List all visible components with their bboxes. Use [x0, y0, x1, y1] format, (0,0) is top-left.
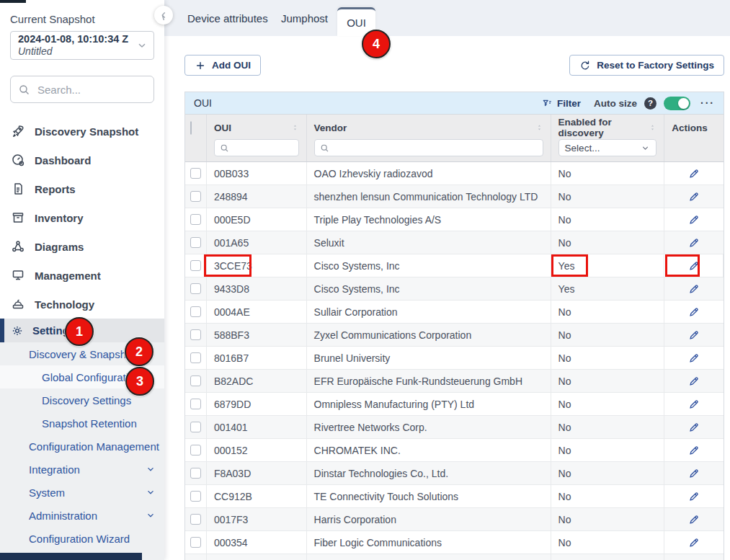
main-content: Device attributes Jumphost OUI Add OUI R…: [164, 0, 730, 560]
vendor-cell: OAO Izhevskiy radiozavod: [307, 162, 551, 185]
sidebar-nav-label: Reports: [35, 183, 76, 195]
search-input[interactable]: [36, 83, 146, 97]
enabled-cell: No: [551, 393, 665, 415]
row-checkbox-cell: [185, 208, 207, 231]
question-icon[interactable]: ?: [644, 97, 656, 110]
edit-pencil-icon[interactable]: [687, 329, 700, 342]
edit-pencil-icon[interactable]: [687, 236, 700, 249]
actions-cell: [664, 393, 724, 415]
edit-pencil-icon[interactable]: [687, 190, 700, 203]
tab-device-attributes[interactable]: Device attributes: [187, 0, 268, 36]
sidebar-nav-item[interactable]: Diagrams: [0, 232, 164, 261]
sidebar-nav-label: Management: [35, 270, 101, 282]
add-oui-button[interactable]: Add OUI: [184, 55, 261, 76]
row-checkbox[interactable]: [190, 168, 201, 179]
row-checkbox[interactable]: [190, 491, 201, 502]
row-checkbox[interactable]: [190, 352, 201, 363]
vendor-column-label: Vendor: [314, 123, 347, 133]
row-checkbox[interactable]: [190, 306, 201, 317]
row-checkbox-cell: [185, 231, 207, 254]
reset-factory-button[interactable]: Reset to Factory Settings: [569, 55, 724, 76]
sort-icon: [535, 123, 543, 133]
settings-submenu-item[interactable]: Administration: [0, 504, 164, 527]
actions-cell: [664, 185, 724, 208]
table-body: 00B033 OAO Izhevskiy radiozavod No 24889…: [185, 162, 724, 560]
edit-pencil-icon[interactable]: [687, 352, 700, 365]
header-checkbox-cell: [185, 115, 207, 161]
edit-pencil-icon[interactable]: [687, 306, 700, 319]
sidebar-nav-item[interactable]: Management: [0, 261, 164, 290]
row-checkbox[interactable]: [190, 468, 201, 479]
table-controls: Filter Auto size ? ···: [542, 97, 715, 110]
vendor-cell: TE Connectivity Touch Solutions: [307, 485, 551, 507]
edit-pencil-icon[interactable]: [687, 536, 700, 549]
table-title: OUI: [194, 97, 212, 109]
filter-button[interactable]: Filter: [542, 98, 581, 109]
tab-jumphost[interactable]: Jumphost: [281, 0, 328, 36]
enabled-filter-select[interactable]: Select...: [558, 139, 657, 156]
oui-cell: [207, 554, 307, 560]
autosize-toggle[interactable]: [664, 97, 690, 110]
chevron-down-icon: [641, 143, 650, 153]
edit-pencil-icon[interactable]: [687, 167, 700, 180]
corner-strip: [0, 0, 26, 3]
ellipsis-icon[interactable]: ···: [700, 97, 715, 109]
settings-submenu-item[interactable]: Integration: [0, 458, 164, 481]
table-row: B82ADC EFR Europäische Funk-Rundsteuerun…: [185, 370, 724, 393]
row-checkbox[interactable]: [190, 283, 201, 294]
search-icon: [320, 143, 329, 153]
settings-submenu-label: Configuration Wizard: [29, 533, 130, 545]
edit-pencil-icon[interactable]: [687, 398, 700, 411]
enabled-column-sort[interactable]: Enabled for discovery: [558, 120, 657, 135]
select-all-checkbox[interactable]: [190, 121, 192, 135]
settings-submenu-item[interactable]: Snapshot Retention: [0, 412, 164, 435]
edit-pencil-icon[interactable]: [687, 283, 700, 295]
oui-column-sort[interactable]: OUI: [214, 120, 299, 135]
edit-pencil-icon[interactable]: [687, 444, 700, 457]
row-checkbox[interactable]: [190, 214, 201, 225]
row-checkbox[interactable]: [190, 422, 201, 432]
edit-pencil-icon[interactable]: [687, 213, 700, 226]
edit-pencil-icon[interactable]: [687, 513, 700, 526]
chevron-down-icon: [136, 40, 148, 51]
settings-submenu-label: Configuration Management: [29, 440, 159, 453]
oui-cell: 00B033: [207, 162, 307, 185]
oui-table: OUI Filter Auto size ? ··· OUI: [184, 92, 724, 560]
row-checkbox[interactable]: [190, 237, 201, 248]
row-checkbox[interactable]: [190, 375, 201, 386]
vendor-cell: CHROMATEK INC.: [307, 439, 551, 461]
row-checkbox[interactable]: [190, 514, 201, 525]
row-checkbox[interactable]: [190, 537, 201, 548]
settings-submenu-item[interactable]: System: [0, 481, 164, 504]
table-row: 000354 Fiber Logic Communications No: [185, 531, 724, 554]
vendor-search-input[interactable]: [334, 142, 538, 154]
sidebar-nav-item[interactable]: Dashboard: [0, 146, 164, 174]
annotation-badge-2: 2: [125, 337, 153, 366]
sidebar-nav-item[interactable]: Inventory: [0, 203, 164, 232]
row-checkbox[interactable]: [190, 399, 201, 409]
row-checkbox[interactable]: [190, 191, 201, 202]
edit-pencil-icon[interactable]: [687, 490, 700, 503]
edit-pencil-icon[interactable]: [687, 259, 700, 272]
row-checkbox[interactable]: [190, 260, 201, 271]
sidebar-nav-item[interactable]: Discovery Snapshot: [0, 117, 164, 146]
edit-pencil-icon[interactable]: [687, 467, 700, 480]
oui-search-input[interactable]: [233, 142, 293, 154]
enabled-cell: No: [551, 185, 665, 208]
sidebar-nav-item[interactable]: Reports: [0, 174, 164, 203]
enabled-cell: No: [551, 324, 665, 346]
settings-submenu-item[interactable]: Configuration Wizard: [0, 527, 164, 550]
sidebar-nav-item[interactable]: Technology: [0, 290, 164, 319]
row-checkbox[interactable]: [190, 329, 201, 340]
edit-pencil-icon[interactable]: [687, 421, 700, 434]
vendor-column-sort[interactable]: Vendor: [314, 120, 543, 135]
edit-pencil-icon[interactable]: [687, 375, 700, 388]
oui-cell: 000E5D: [207, 208, 307, 231]
sidebar-collapse-button[interactable]: [154, 6, 173, 25]
snapshot-dropdown[interactable]: 2024-01-08, 10:10:34 Z Untitled: [10, 31, 154, 60]
oui-cell: 001401: [207, 416, 307, 438]
header-actions: Actions: [664, 115, 724, 161]
sidebar-nav-label: Diagrams: [35, 241, 84, 253]
row-checkbox[interactable]: [190, 445, 201, 455]
settings-submenu-item[interactable]: Configuration Management: [0, 435, 164, 458]
